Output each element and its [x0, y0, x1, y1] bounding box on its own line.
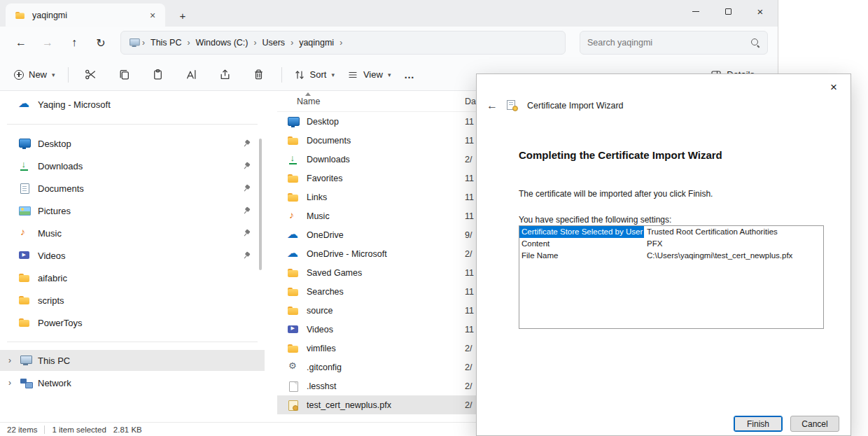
back-button[interactable] [10, 31, 32, 54]
paste-button[interactable] [142, 63, 174, 87]
sidebar-scrollbar[interactable] [259, 139, 262, 270]
file-date: 2/ [465, 249, 472, 259]
thispc-icon [20, 355, 32, 366]
new-button-label: New [29, 69, 47, 80]
address-bar[interactable]: This PC Windows (C:) Users yaqingmi [120, 31, 566, 55]
copy-button[interactable] [108, 63, 141, 87]
selection-size: 2.81 KB [113, 426, 142, 434]
settings-row[interactable]: Content PFX [519, 238, 823, 250]
search-icon[interactable] [750, 38, 760, 48]
search-box [580, 31, 768, 55]
maximize-button[interactable] [712, 0, 744, 22]
cloud-icon [287, 248, 300, 260]
breadcrumb-chevron-icon[interactable] [186, 38, 191, 48]
sidebar-item-onedrive-account[interactable]: Yaqing - Microsoft [0, 92, 265, 116]
delete-button[interactable] [243, 63, 275, 87]
up-button[interactable] [63, 31, 85, 54]
minimize-icon [692, 11, 699, 12]
close-button[interactable] [744, 0, 776, 22]
sort-button[interactable]: Sort [288, 64, 341, 85]
file-name: Desktop [307, 117, 339, 127]
sidebar-item[interactable]: Desktop [0, 132, 265, 155]
folder-icon [287, 267, 300, 279]
certificate-icon [287, 400, 300, 411]
sidebar-item[interactable]: Videos [0, 244, 265, 267]
desktop-icon [287, 116, 300, 127]
sidebar-item[interactable]: Downloads [0, 155, 265, 177]
setting-value: C:\Users\yaqingmi\test_cert_newplus.pfx [644, 250, 823, 262]
file-date: 2/ [465, 400, 472, 410]
file-icon [287, 381, 300, 392]
sidebar-item[interactable]: aifabric [0, 267, 265, 289]
file-name: source [307, 306, 333, 316]
cancel-button[interactable]: Cancel [790, 416, 839, 432]
expand-chevron-icon[interactable] [6, 356, 14, 365]
certificate-wizard-icon [505, 99, 519, 112]
sidebar-item[interactable]: Pictures [0, 199, 265, 222]
share-button[interactable] [209, 63, 241, 87]
dialog-buttons: Finish Cancel [734, 416, 839, 432]
dialog-back-icon[interactable] [486, 99, 498, 112]
file-date: 11 [465, 211, 474, 221]
file-name: Music [307, 211, 330, 221]
breadcrumb-item[interactable]: This PC [146, 36, 186, 50]
more-options-button[interactable] [397, 63, 421, 87]
view-button-label: View [363, 69, 383, 80]
new-tab-button[interactable] [175, 8, 190, 23]
settings-row[interactable]: File Name C:\Users\yaqingmi\test_cert_ne… [519, 250, 823, 262]
explorer-tab[interactable]: yaqingmi [6, 3, 165, 27]
breadcrumb-chevron-icon[interactable] [252, 38, 258, 48]
refresh-button[interactable] [90, 31, 112, 54]
date-column-header[interactable]: Da [465, 97, 476, 106]
new-button[interactable]: New [7, 64, 62, 85]
sort-icon [294, 69, 305, 80]
breadcrumb-item[interactable]: yaqingmi [295, 36, 338, 50]
sidebar-item-label: aifabric [38, 273, 67, 283]
copy-icon [118, 69, 130, 80]
sidebar-item[interactable]: PowerToys [0, 311, 265, 334]
trash-icon [253, 69, 265, 80]
maximize-icon [725, 8, 732, 15]
name-column-header[interactable]: Name [277, 97, 320, 106]
sidebar-tree-item[interactable]: Network [0, 372, 265, 393]
finish-button[interactable]: Finish [734, 416, 783, 432]
search-input[interactable] [587, 38, 750, 48]
sidebar-item-label: Downloads [38, 161, 83, 171]
sidebar-quick-access-list: Desktop Downloads Documents P [0, 132, 265, 334]
rename-button[interactable] [176, 63, 208, 87]
cut-icon [85, 69, 97, 80]
forward-button[interactable] [36, 31, 59, 54]
toolbar-divider [68, 67, 69, 83]
certificate-import-wizard-dialog: Certificate Import Wizard Completing the… [476, 73, 851, 436]
breadcrumb: This PC Windows (C:) Users yaqingmi [146, 36, 344, 50]
cut-button[interactable] [75, 63, 107, 87]
file-name: Documents [307, 136, 351, 146]
file-name: OneDrive [307, 230, 344, 240]
sidebar-item[interactable]: scripts [0, 289, 265, 311]
pin-icon [241, 138, 253, 150]
sidebar-item[interactable]: Documents [0, 177, 265, 199]
sidebar-item[interactable]: Music [0, 222, 265, 244]
settings-rows: Certificate Store Selected by User Trust… [519, 226, 823, 262]
sidebar: Yaqing - Microsoft Desktop Downloads [0, 91, 265, 422]
folder-icon [15, 10, 25, 20]
file-date: 2/ [465, 155, 472, 164]
cloud-icon [18, 99, 31, 110]
videos-icon [287, 324, 300, 335]
expand-chevron-icon[interactable] [6, 378, 14, 388]
music-icon [18, 227, 31, 239]
breadcrumb-chevron-icon[interactable] [338, 38, 344, 48]
breadcrumb-item[interactable]: Windows (C:) [191, 36, 252, 50]
tab-strip: yaqingmi [0, 0, 778, 27]
settings-row[interactable]: Certificate Store Selected by User Trust… [519, 226, 823, 238]
minimize-button[interactable] [680, 0, 712, 22]
sidebar-tree-item[interactable]: This PC [0, 350, 265, 371]
breadcrumb-chevron-icon[interactable] [141, 38, 146, 48]
view-button[interactable]: View [341, 64, 397, 85]
status-divider [44, 426, 45, 434]
tab-close-icon[interactable] [146, 8, 160, 22]
dialog-close-button[interactable] [823, 78, 844, 97]
sort-ascending-caret-icon [305, 92, 311, 96]
breadcrumb-chevron-icon[interactable] [289, 38, 295, 48]
breadcrumb-item[interactable]: Users [258, 36, 289, 50]
